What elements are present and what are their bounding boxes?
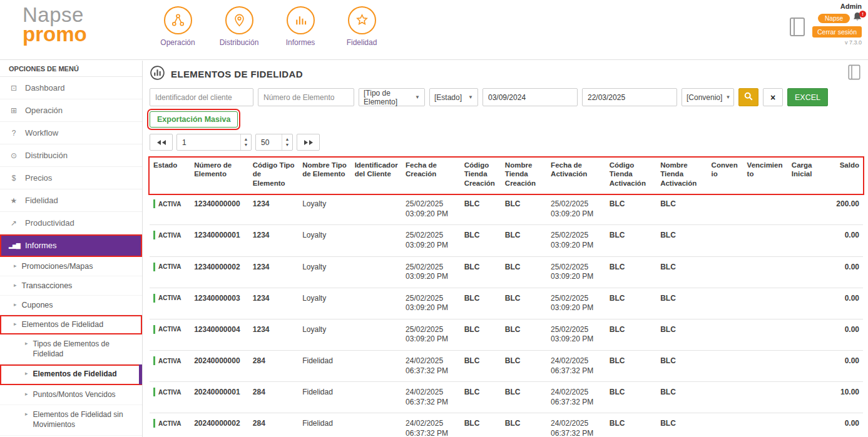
cell-fecha-activacion: 25/02/2025 03:09:20 PM	[547, 225, 606, 256]
cell-carga-inicial	[788, 413, 822, 437]
submenu-label: Elementos de Fidelidad	[22, 320, 104, 329]
notifications-bell-icon[interactable]: !	[853, 12, 862, 24]
operation-icon: ⊞	[9, 106, 19, 115]
sidebar-item-distribucion[interactable]: ⊙ Distribución	[0, 144, 142, 167]
cell-codigo-tienda-activacion: BLC	[606, 256, 656, 288]
sidebar-item-label: Fidelidad	[25, 196, 58, 205]
cell-fecha-creacion: 24/02/2025 06:37:32 PM	[402, 413, 461, 437]
cell-nombre-tipo: Loyalty	[299, 225, 350, 256]
cell-carga-inicial	[788, 288, 822, 319]
sidebar-item-label: Operación	[25, 106, 63, 115]
cell-identificador-cliente	[351, 225, 402, 256]
bar-chart-icon: ▂▅▇	[9, 243, 19, 249]
star-icon: ★	[9, 196, 19, 205]
logout-button[interactable]: Cerrar sesión	[812, 26, 862, 38]
napse-promo-logo[interactable]: Napse promo	[23, 5, 87, 44]
cell-carga-inicial	[788, 351, 822, 382]
date-from-input[interactable]	[483, 88, 578, 106]
results-table: EstadoNúmero de ElementoCódigo Tipo de E…	[150, 158, 863, 437]
sidebar-item-puntos-montos-vencidos[interactable]: ▸ Puntos/Montos Vencidos	[0, 385, 142, 406]
date-to-input[interactable]	[582, 88, 677, 106]
sidebar-item-promociones-mapas[interactable]: ▸ Promociones/Mapas	[0, 257, 142, 276]
submenu-label: Promociones/Mapas	[22, 262, 93, 271]
sidebar-item-elementos-sin-movimientos[interactable]: ▸ Elementos de Fidelidad sin Movimientos	[0, 405, 142, 435]
table-row[interactable]: ACTIVA 12340000000 1234 Loyalty 25/02/20…	[150, 194, 863, 225]
filters-bar: [Tipo de Elemento] ▼ [Estado] ▼ [Conveni…	[150, 88, 863, 106]
sidebar-item-dashboard[interactable]: ⊡ Dashboard	[0, 77, 142, 99]
nav-operacion[interactable]: Operación	[151, 6, 204, 47]
page-manual-icon[interactable]	[847, 64, 862, 83]
element-type-select[interactable]: [Tipo de Elemento] ▼	[359, 88, 425, 106]
column-header: Estado	[150, 158, 190, 194]
cell-fecha-creacion: 25/02/2025 03:09:20 PM	[402, 288, 461, 319]
sidebar-item-workflow[interactable]: ? Workflow	[0, 122, 142, 144]
cell-nombre-tienda-activacion: BLC	[656, 225, 707, 256]
element-number-input[interactable]	[258, 88, 354, 106]
manual-book-icon[interactable]	[789, 16, 806, 40]
table-row[interactable]: ACTIVA 12340000002 1234 Loyalty 25/02/20…	[150, 256, 863, 288]
sidebar-item-label: Distribución	[25, 151, 68, 160]
cell-saldo: 0.00	[822, 413, 863, 437]
cell-vencimiento	[743, 382, 788, 413]
cell-numero-elemento: 20240000001	[190, 382, 249, 413]
state-select[interactable]: [Estado] ▼	[429, 88, 478, 106]
status-badge: ACTIVA	[153, 388, 181, 396]
nav-fidelidad[interactable]: Fidelidad	[335, 6, 388, 47]
table-row[interactable]: ACTIVA 12340000004 1234 Loyalty 25/02/20…	[150, 319, 863, 350]
page-size-stepper[interactable]: 50 ▲▼	[255, 134, 293, 151]
cell-nombre-tienda-activacion: BLC	[656, 413, 707, 437]
sidebar-item-elementos-de-fidelidad[interactable]: ▸ Elementos de Fidelidad	[0, 315, 142, 334]
cell-convenio	[708, 351, 743, 382]
reports-icon	[287, 6, 315, 34]
distribution-icon: ⊙	[9, 151, 19, 160]
cell-estado: ACTIVA	[150, 225, 190, 256]
sidebar-item-productividad[interactable]: ↗ Productividad	[0, 212, 142, 234]
select-value: [Estado]	[434, 93, 462, 102]
sidebar-item-transacciones[interactable]: ▸ Transacciones	[0, 276, 142, 296]
status-active-bar-icon	[153, 419, 155, 428]
cell-vencimiento	[743, 288, 788, 319]
cell-nombre-tienda-activacion: BLC	[656, 319, 707, 350]
column-header: Convenio	[708, 158, 743, 194]
nav-informes[interactable]: Informes	[274, 6, 327, 47]
cell-codigo-tienda-creacion: BLC	[461, 319, 501, 350]
table-row[interactable]: ACTIVA 20240000002 284 Fidelidad 24/02/2…	[150, 413, 863, 437]
first-page-button[interactable]	[150, 134, 173, 151]
status-label: ACTIVA	[158, 325, 181, 333]
last-page-button[interactable]	[297, 134, 320, 151]
notification-badge: !	[859, 11, 866, 18]
column-header: Código Tienda Activación	[606, 158, 656, 194]
table-row[interactable]: ACTIVA 20240000001 284 Fidelidad 24/02/2…	[150, 382, 863, 413]
cell-carga-inicial	[788, 194, 822, 225]
sidebar-item-fidelidad[interactable]: ★ Fidelidad	[0, 189, 142, 212]
sidebar-item-operacion[interactable]: ⊞ Operación	[0, 99, 142, 122]
page-number-stepper[interactable]: 1 ▲▼	[176, 134, 252, 151]
status-active-bar-icon	[153, 231, 155, 239]
table-row[interactable]: ACTIVA 12340000001 1234 Loyalty 25/02/20…	[150, 225, 863, 256]
sidebar-item-precios[interactable]: $ Precios	[0, 167, 142, 189]
table-row[interactable]: ACTIVA 20240000000 284 Fidelidad 24/02/2…	[150, 351, 863, 382]
stepper-arrows-icon[interactable]: ▲▼	[282, 134, 292, 150]
cell-identificador-cliente	[351, 382, 402, 413]
column-header: Fecha de Creación	[402, 158, 461, 194]
mass-export-button[interactable]: Exportación Masiva	[150, 111, 238, 128]
cell-carga-inicial	[788, 382, 822, 413]
sidebar-item-elementos-de-fidelidad-report[interactable]: ▸ Elementos de Fidelidad	[0, 364, 142, 385]
clear-filters-button[interactable]: ×	[763, 88, 783, 106]
search-icon	[744, 92, 753, 103]
cell-vencimiento	[743, 413, 788, 437]
cell-saldo: 200.00	[822, 194, 863, 225]
table-row[interactable]: ACTIVA 12340000003 1234 Loyalty 25/02/20…	[150, 288, 863, 319]
status-label: ACTIVA	[158, 200, 181, 208]
sidebar-item-informes[interactable]: ▂▅▇ Informes	[0, 234, 142, 257]
status-badge: ACTIVA	[153, 356, 181, 365]
sidebar-item-cupones[interactable]: ▸ Cupones	[0, 296, 142, 315]
stepper-arrows-icon[interactable]: ▲▼	[240, 134, 251, 150]
search-button[interactable]	[738, 88, 758, 106]
nav-distribucion[interactable]: Distribución	[213, 6, 265, 47]
agreement-select[interactable]: [Convenio] ▼	[682, 88, 734, 106]
sidebar-item-tipos-de-elementos[interactable]: ▸ Tipos de Elementos de Fidelidad	[0, 334, 142, 364]
excel-export-button[interactable]: EXCEL	[787, 88, 828, 106]
client-id-input[interactable]	[150, 88, 253, 106]
logo-text-promo: promo	[23, 24, 87, 44]
